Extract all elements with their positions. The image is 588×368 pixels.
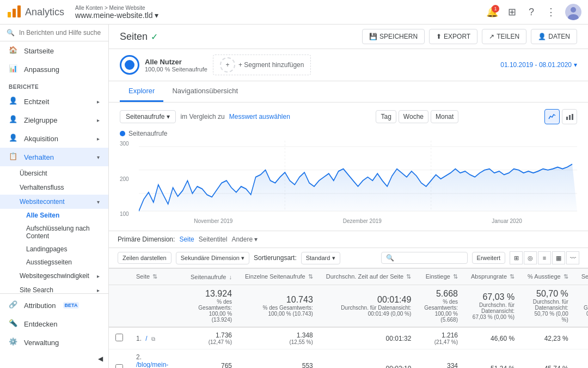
th-ausstiege[interactable]: % Ausstiege ⇅ <box>521 269 575 285</box>
view-grid-btn[interactable]: ⊞ <box>510 251 523 264</box>
sidebar-item-ubersicht[interactable]: Übersicht <box>0 166 108 180</box>
realtime-icon: 👤 <box>9 96 19 106</box>
th-seite[interactable]: Seite ⇅ <box>130 269 184 285</box>
row-einzelne: 553 (5,15 %) <box>238 349 320 369</box>
dimension-controls: Primäre Dimension: Seite Seitentitel And… <box>109 231 588 248</box>
sidebar-item-ausstiegsseiten[interactable]: Ausstiegsseiten <box>0 256 108 269</box>
dim-seitentitel[interactable]: Seitentitel <box>199 236 228 243</box>
audience-icon: 👤 <box>9 115 19 125</box>
avatar[interactable] <box>565 4 581 20</box>
sidebar-item-attribution[interactable]: 🔗 Attribution BETA <box>0 296 108 315</box>
add-metric-btn[interactable]: Messwert auswählen <box>229 113 290 120</box>
sidebar-item-verhaltensfluss[interactable]: Verhaltensfluss <box>0 180 108 195</box>
date-range-picker[interactable]: 01.10.2019 - 08.01.2020 ▾ <box>500 61 577 69</box>
dim-andere[interactable]: Andere ▾ <box>231 236 258 243</box>
total-absprungrate-main: 67,03 % <box>471 292 514 302</box>
sidebar-item-websitecontent[interactable]: Websitecontent ▾ <box>0 195 108 209</box>
search-bar[interactable]: 🔍 <box>0 25 108 41</box>
row-seite-cell: 1. / ⧉ <box>130 327 184 349</box>
save-button[interactable]: 💾 SPEICHERN <box>362 29 425 44</box>
sidebar-item-zielgruppe[interactable]: 👤 Zielgruppe ▸ <box>0 111 108 129</box>
add-segment-btn[interactable]: + + Segment hinzufügen <box>213 55 311 75</box>
time-btn-tag[interactable]: Tag <box>376 110 396 123</box>
dim-seite[interactable]: Seite <box>179 236 194 243</box>
total-absprungrate-sub: Durchschn. für Datenansicht: 67,03 % (0,… <box>471 302 514 320</box>
sidebar-item-alle-seiten[interactable]: Alle Seiten <box>0 209 108 222</box>
share-label: TEILEN <box>497 33 519 40</box>
sidebar-item-verwaltung[interactable]: ⚙️ Verwaltung <box>0 333 108 352</box>
row-einstiege: 334 (5,89 %) <box>418 349 464 369</box>
beta-badge: BETA <box>63 302 79 309</box>
notification-icon[interactable]: 🔔 1 <box>487 7 498 17</box>
export-button[interactable]: ⬆ EXPORT <box>429 29 477 44</box>
logo: Analytics <box>7 4 64 20</box>
th-absprungrate[interactable]: Absprungrate ⇅ <box>464 269 521 285</box>
tabs: Explorer Navigationsübersicht <box>109 81 588 102</box>
more-icon[interactable]: ⋮ <box>546 7 556 17</box>
sortierung-val: Standard <box>306 255 330 261</box>
chart-yaxis: 300 200 100 <box>120 141 136 217</box>
line-chart-btn[interactable] <box>544 109 560 124</box>
sekundare-dim-label: Sekundäre Dimension ▾ <box>181 255 244 262</box>
sidebar-label-alle-seiten: Alle Seiten <box>26 212 59 219</box>
table-view-buttons: ⊞ ◎ ≡ ▦ 〰 <box>510 251 579 264</box>
time-btn-monat[interactable]: Monat <box>431 110 458 123</box>
sidebar-item-entdecken[interactable]: 🔦 Entdecken <box>0 315 108 333</box>
share-button[interactable]: ↗ TEILEN <box>482 29 526 44</box>
view-table-btn[interactable]: ▦ <box>552 251 565 264</box>
bar-chart-btn[interactable] <box>562 109 577 124</box>
th-seitenwert[interactable]: Seitenwert ⇅ <box>575 269 588 285</box>
help-icon[interactable]: ? <box>526 7 537 17</box>
search-input[interactable] <box>19 29 102 37</box>
th-einstiege[interactable]: Einstiege ⇅ <box>418 269 464 285</box>
apps-icon[interactable]: ⊞ <box>506 7 517 17</box>
copy-icon[interactable]: ⧉ <box>151 336 155 342</box>
row-checkbox[interactable] <box>115 364 123 369</box>
customize-icon: 📊 <box>9 64 19 74</box>
metric-dropdown[interactable]: Seitenaufrufe ▾ <box>120 110 176 123</box>
time-btn-woche[interactable]: Woche <box>399 110 428 123</box>
th-seitenaufrufe[interactable]: Seitenaufrufe ↓ <box>184 269 238 285</box>
sekundare-dim-btn[interactable]: Sekundäre Dimension ▾ <box>176 252 249 264</box>
view-list-btn[interactable]: ≡ <box>538 251 551 264</box>
total-einzelne-main: 10.743 <box>245 295 313 305</box>
sidebar-item-verhalten[interactable]: 📋 Verhalten ▾ <box>0 148 108 166</box>
erweitert-btn[interactable]: Erweitert <box>472 252 505 264</box>
table-search-box[interactable]: 🔍 <box>381 252 468 264</box>
total-seitenaufrufe-sub: % des Gesamtwerts: 100,00 % (13.924) <box>191 299 232 323</box>
seitenwert-main: 0,00 $ <box>581 331 588 339</box>
sidebar-collapse-btn[interactable]: ◀ <box>0 352 108 366</box>
page-link[interactable]: /blog/mein-wichtigster-artikel.html <box>136 361 169 368</box>
tab-navigationsübersicht[interactable]: Navigationsübersicht <box>163 81 247 102</box>
th-einzelne[interactable]: Einzelne Seitenaufrufe ⇅ <box>238 269 320 285</box>
sidebar-item-startseite[interactable]: 🏠 Startseite <box>0 41 108 60</box>
sidebar-item-site-search[interactable]: Site Search ▸ <box>0 283 108 293</box>
total-ausstiege-main: 50,70 % <box>528 289 568 299</box>
sidebar-item-akquisition[interactable]: 👤 Akquisition ▸ <box>0 129 108 148</box>
view-sparkline-btn[interactable]: 〰 <box>566 251 579 264</box>
th-durchschn[interactable]: Durchschn. Zeit auf der Seite ⇅ <box>320 269 418 285</box>
sidebar-item-landingpages[interactable]: Landingpages <box>0 243 108 256</box>
sort-seitenaufrufe-icon: ↓ <box>229 274 232 280</box>
sidebar-item-websitegeschwindigkeit[interactable]: Websitegeschwindigkeit ▸ <box>0 269 108 283</box>
view-pie-btn[interactable]: ◎ <box>524 251 537 264</box>
discover-icon: 🔦 <box>9 319 19 329</box>
page-link[interactable]: / <box>145 335 147 342</box>
tab-explorer[interactable]: Explorer <box>120 81 163 102</box>
breadcrumb: Alle Konten > Meine Website <box>75 5 158 11</box>
main-layout: 🔍 🏠 Startseite 📊 Anpassung BERICHTE 👤 Ec… <box>0 25 588 368</box>
table-search-input[interactable] <box>397 254 463 262</box>
expand-echtzeit-icon: ▸ <box>97 99 100 105</box>
zeilen-darstellen-btn[interactable]: Zeilen darstellen <box>118 252 171 264</box>
sidebar-item-anpassung[interactable]: 📊 Anpassung <box>0 60 108 79</box>
segment-row: Alle Nutzer 100,00 % Seitenaufrufe + + S… <box>120 55 577 75</box>
data-button[interactable]: 👤 DATEN <box>531 29 577 44</box>
row-checkbox[interactable] <box>115 334 123 341</box>
sidebar-item-aufschlusselung[interactable]: Aufschlüsselung nach Content <box>0 222 108 243</box>
sidebar-item-echtzeit[interactable]: 👤 Echtzeit ▸ <box>0 92 108 111</box>
svg-rect-0 <box>8 12 11 17</box>
sortierung-btn[interactable]: Standard ▾ <box>301 252 341 264</box>
einstiege-main: 1.216 <box>424 331 458 339</box>
sidebar-label-verhalten: Verhalten <box>24 153 54 161</box>
site-selector[interactable]: www.meine-website.tld ▾ <box>75 11 158 20</box>
